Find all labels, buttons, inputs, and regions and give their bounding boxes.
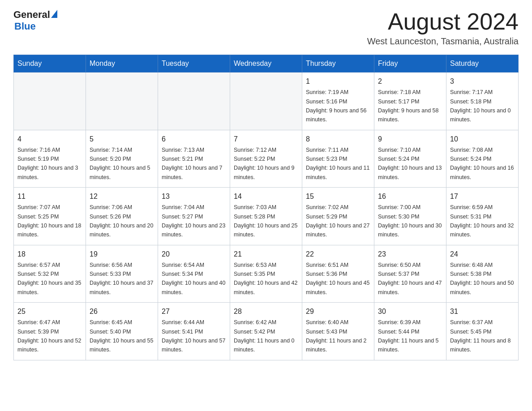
logo-general-text: General <box>13 9 50 21</box>
day-info: Sunrise: 6:44 AM Sunset: 5:41 PM Dayligh… <box>162 319 225 353</box>
day-number: 18 <box>17 249 82 260</box>
col-wednesday: Wednesday <box>230 55 302 73</box>
day-info: Sunrise: 7:04 AM Sunset: 5:27 PM Dayligh… <box>162 204 225 238</box>
day-number: 9 <box>378 134 442 145</box>
day-number: 29 <box>306 306 370 317</box>
col-monday: Monday <box>86 55 158 73</box>
day-number: 15 <box>306 191 370 202</box>
day-info: Sunrise: 6:57 AM Sunset: 5:32 PM Dayligh… <box>17 262 81 295</box>
day-number: 21 <box>234 249 298 260</box>
day-info: Sunrise: 7:17 AM Sunset: 5:18 PM Dayligh… <box>450 89 511 123</box>
day-info: Sunrise: 7:16 AM Sunset: 5:19 PM Dayligh… <box>17 147 78 180</box>
calendar-week-row: 11Sunrise: 7:07 AM Sunset: 5:25 PM Dayli… <box>14 188 519 245</box>
day-info: Sunrise: 7:12 AM Sunset: 5:22 PM Dayligh… <box>234 147 295 180</box>
col-saturday: Saturday <box>446 55 519 73</box>
day-number: 20 <box>162 249 226 260</box>
day-info: Sunrise: 6:40 AM Sunset: 5:43 PM Dayligh… <box>306 319 367 353</box>
table-row: 16Sunrise: 7:00 AM Sunset: 5:30 PM Dayli… <box>374 188 446 245</box>
day-number: 3 <box>450 76 515 87</box>
table-row: 8Sunrise: 7:11 AM Sunset: 5:23 PM Daylig… <box>302 130 374 188</box>
day-number: 8 <box>306 134 370 145</box>
day-number: 19 <box>90 249 154 260</box>
day-number: 23 <box>378 249 442 260</box>
day-number: 26 <box>90 306 154 317</box>
day-number: 25 <box>17 306 82 317</box>
day-info: Sunrise: 6:45 AM Sunset: 5:40 PM Dayligh… <box>90 319 153 353</box>
calendar-header-row: Sunday Monday Tuesday Wednesday Thursday… <box>14 55 519 73</box>
day-number: 2 <box>378 76 442 87</box>
table-row: 27Sunrise: 6:44 AM Sunset: 5:41 PM Dayli… <box>158 303 230 360</box>
day-number: 27 <box>162 306 226 317</box>
day-info: Sunrise: 6:54 AM Sunset: 5:34 PM Dayligh… <box>162 262 225 295</box>
day-info: Sunrise: 7:14 AM Sunset: 5:20 PM Dayligh… <box>90 147 150 180</box>
table-row <box>158 73 230 130</box>
day-number: 31 <box>450 306 515 317</box>
day-info: Sunrise: 7:08 AM Sunset: 5:24 PM Dayligh… <box>450 147 514 180</box>
table-row: 31Sunrise: 6:37 AM Sunset: 5:45 PM Dayli… <box>446 303 519 360</box>
day-number: 30 <box>378 306 442 317</box>
table-row: 26Sunrise: 6:45 AM Sunset: 5:40 PM Dayli… <box>86 303 158 360</box>
day-info: Sunrise: 7:06 AM Sunset: 5:26 PM Dayligh… <box>90 204 153 238</box>
table-row: 19Sunrise: 6:56 AM Sunset: 5:33 PM Dayli… <box>86 245 158 303</box>
table-row: 5Sunrise: 7:14 AM Sunset: 5:20 PM Daylig… <box>86 130 158 188</box>
title-section: August 2024 West Launceston, Tasmania, A… <box>367 9 519 47</box>
day-info: Sunrise: 6:56 AM Sunset: 5:33 PM Dayligh… <box>90 262 153 295</box>
col-sunday: Sunday <box>14 55 86 73</box>
day-number: 28 <box>234 306 298 317</box>
calendar-week-row: 25Sunrise: 6:47 AM Sunset: 5:39 PM Dayli… <box>14 303 519 360</box>
page-header: General Blue August 2024 West Launceston… <box>13 9 519 47</box>
table-row: 17Sunrise: 6:59 AM Sunset: 5:31 PM Dayli… <box>446 188 519 245</box>
table-row: 11Sunrise: 7:07 AM Sunset: 5:25 PM Dayli… <box>14 188 86 245</box>
day-info: Sunrise: 7:19 AM Sunset: 5:16 PM Dayligh… <box>306 89 367 123</box>
day-info: Sunrise: 6:48 AM Sunset: 5:38 PM Dayligh… <box>450 262 514 295</box>
table-row: 14Sunrise: 7:03 AM Sunset: 5:28 PM Dayli… <box>230 188 302 245</box>
calendar-table: Sunday Monday Tuesday Wednesday Thursday… <box>13 55 519 360</box>
table-row: 1Sunrise: 7:19 AM Sunset: 5:16 PM Daylig… <box>302 73 374 130</box>
day-number: 1 <box>306 76 370 87</box>
day-number: 5 <box>90 134 154 145</box>
col-friday: Friday <box>374 55 446 73</box>
day-number: 11 <box>17 191 82 202</box>
day-info: Sunrise: 7:11 AM Sunset: 5:23 PM Dayligh… <box>306 147 369 180</box>
logo: General Blue <box>13 9 57 32</box>
table-row: 4Sunrise: 7:16 AM Sunset: 5:19 PM Daylig… <box>14 130 86 188</box>
table-row: 25Sunrise: 6:47 AM Sunset: 5:39 PM Dayli… <box>14 303 86 360</box>
day-number: 7 <box>234 134 298 145</box>
table-row: 28Sunrise: 6:42 AM Sunset: 5:42 PM Dayli… <box>230 303 302 360</box>
day-info: Sunrise: 7:02 AM Sunset: 5:29 PM Dayligh… <box>306 204 369 238</box>
day-number: 17 <box>450 191 515 202</box>
day-number: 13 <box>162 191 226 202</box>
day-number: 24 <box>450 249 515 260</box>
table-row: 13Sunrise: 7:04 AM Sunset: 5:27 PM Dayli… <box>158 188 230 245</box>
table-row: 7Sunrise: 7:12 AM Sunset: 5:22 PM Daylig… <box>230 130 302 188</box>
day-info: Sunrise: 6:59 AM Sunset: 5:31 PM Dayligh… <box>450 204 514 238</box>
day-info: Sunrise: 7:10 AM Sunset: 5:24 PM Dayligh… <box>378 147 442 180</box>
table-row: 2Sunrise: 7:18 AM Sunset: 5:17 PM Daylig… <box>374 73 446 130</box>
day-info: Sunrise: 6:53 AM Sunset: 5:35 PM Dayligh… <box>234 262 297 295</box>
logo-triangle-icon <box>51 10 57 18</box>
day-number: 12 <box>90 191 154 202</box>
day-number: 22 <box>306 249 370 260</box>
day-info: Sunrise: 6:50 AM Sunset: 5:37 PM Dayligh… <box>378 262 442 295</box>
day-number: 16 <box>378 191 442 202</box>
day-info: Sunrise: 7:00 AM Sunset: 5:30 PM Dayligh… <box>378 204 442 238</box>
table-row: 24Sunrise: 6:48 AM Sunset: 5:38 PM Dayli… <box>446 245 519 303</box>
day-info: Sunrise: 6:37 AM Sunset: 5:45 PM Dayligh… <box>450 319 511 353</box>
col-thursday: Thursday <box>302 55 374 73</box>
table-row: 15Sunrise: 7:02 AM Sunset: 5:29 PM Dayli… <box>302 188 374 245</box>
month-title: August 2024 <box>367 9 519 34</box>
day-number: 4 <box>17 134 82 145</box>
table-row: 3Sunrise: 7:17 AM Sunset: 5:18 PM Daylig… <box>446 73 519 130</box>
table-row: 20Sunrise: 6:54 AM Sunset: 5:34 PM Dayli… <box>158 245 230 303</box>
table-row: 6Sunrise: 7:13 AM Sunset: 5:21 PM Daylig… <box>158 130 230 188</box>
table-row <box>14 73 86 130</box>
calendar-week-row: 1Sunrise: 7:19 AM Sunset: 5:16 PM Daylig… <box>14 73 519 130</box>
table-row: 12Sunrise: 7:06 AM Sunset: 5:26 PM Dayli… <box>86 188 158 245</box>
calendar-week-row: 4Sunrise: 7:16 AM Sunset: 5:19 PM Daylig… <box>14 130 519 188</box>
table-row: 18Sunrise: 6:57 AM Sunset: 5:32 PM Dayli… <box>14 245 86 303</box>
table-row <box>86 73 158 130</box>
day-number: 10 <box>450 134 515 145</box>
table-row: 23Sunrise: 6:50 AM Sunset: 5:37 PM Dayli… <box>374 245 446 303</box>
location-title: West Launceston, Tasmania, Australia <box>367 36 519 47</box>
day-info: Sunrise: 6:51 AM Sunset: 5:36 PM Dayligh… <box>306 262 369 295</box>
